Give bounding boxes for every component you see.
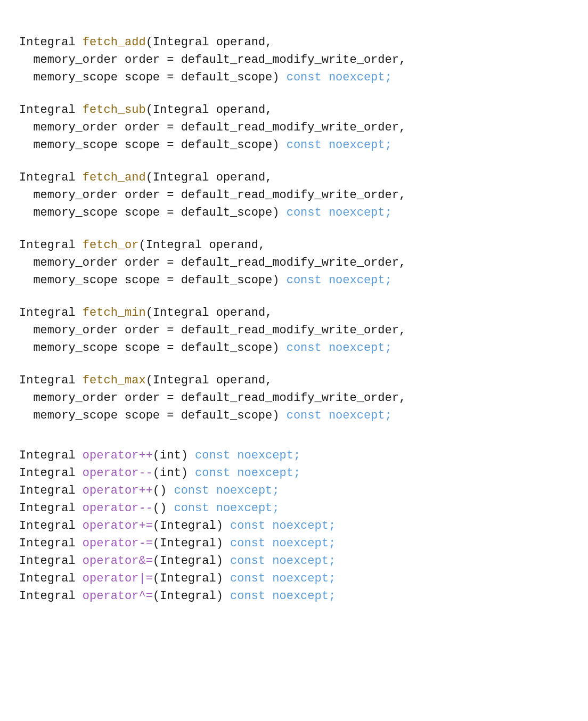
code-section-fetch_add: Integral fetch_add(Integral operand, mem… bbox=[19, 34, 569, 86]
code-line: Integral operator--(int) const noexcept; bbox=[19, 464, 569, 482]
code-token-operator-name: operator++ bbox=[83, 484, 153, 497]
code-token-operator-name: operator&= bbox=[83, 554, 153, 568]
code-token-end: const noexcept; bbox=[195, 449, 300, 462]
code-token: Integral bbox=[19, 374, 83, 387]
code-token: const noexcept; bbox=[287, 274, 392, 287]
code-line: memory_scope scope = default_scope) cons… bbox=[19, 136, 569, 154]
code-token: Integral bbox=[19, 239, 83, 252]
code-token: (Integral) bbox=[153, 537, 230, 550]
code-token: Integral bbox=[19, 171, 83, 184]
code-line: memory_order order = default_read_modify… bbox=[19, 389, 569, 407]
code-token: memory_order order = default_read_modify… bbox=[19, 391, 406, 405]
code-line: Integral operator|=(Integral) const noex… bbox=[19, 570, 569, 587]
code-section-operators: Integral operator++(int) const noexcept;… bbox=[19, 447, 569, 605]
code-token: (Integral operand, bbox=[138, 239, 265, 252]
code-token: const noexcept; bbox=[287, 71, 392, 84]
code-token: fetch_max bbox=[83, 374, 146, 387]
code-line: memory_scope scope = default_scope) cons… bbox=[19, 69, 569, 86]
code-token-end: const noexcept; bbox=[230, 519, 336, 532]
code-section-fetch_sub: Integral fetch_sub(Integral operand, mem… bbox=[19, 101, 569, 154]
code-token: Integral bbox=[19, 589, 83, 603]
code-line: Integral fetch_sub(Integral operand, bbox=[19, 101, 569, 119]
code-line: memory_order order = default_read_modify… bbox=[19, 51, 569, 69]
code-section-fetch_min: Integral fetch_min(Integral operand, mem… bbox=[19, 304, 569, 357]
code-line: Integral operator+=(Integral) const noex… bbox=[19, 517, 569, 535]
code-token: const noexcept; bbox=[287, 138, 392, 152]
code-token-operator-name: operator++ bbox=[83, 449, 153, 462]
code-token-operator-name: operator+= bbox=[83, 519, 153, 532]
code-token: () bbox=[153, 484, 174, 497]
code-line: memory_scope scope = default_scope) cons… bbox=[19, 272, 569, 289]
code-display: Integral fetch_add(Integral operand, mem… bbox=[19, 16, 569, 605]
code-token: Integral bbox=[19, 537, 83, 550]
code-line: Integral operator--() const noexcept; bbox=[19, 499, 569, 517]
code-line: memory_scope scope = default_scope) cons… bbox=[19, 339, 569, 357]
code-token: memory_scope scope = default_scope) bbox=[19, 274, 287, 287]
code-line: memory_order order = default_read_modify… bbox=[19, 322, 569, 339]
code-line: Integral operator&=(Integral) const noex… bbox=[19, 552, 569, 570]
code-token: const noexcept; bbox=[287, 409, 392, 422]
code-token: const noexcept; bbox=[287, 206, 392, 219]
code-token-end: const noexcept; bbox=[174, 502, 279, 515]
code-line: Integral operator^=(Integral) const noex… bbox=[19, 587, 569, 605]
code-token: (Integral operand, bbox=[146, 306, 273, 319]
code-token: Integral bbox=[19, 103, 83, 117]
code-token: (Integral operand, bbox=[146, 374, 273, 387]
code-token: (Integral) bbox=[153, 572, 230, 585]
code-line: memory_order order = default_read_modify… bbox=[19, 254, 569, 272]
code-token: Integral bbox=[19, 572, 83, 585]
code-token: (Integral operand, bbox=[146, 103, 273, 117]
code-token: memory_order order = default_read_modify… bbox=[19, 189, 406, 202]
code-token: Integral bbox=[19, 449, 83, 462]
code-token: fetch_min bbox=[83, 306, 146, 319]
code-token: Integral bbox=[19, 306, 83, 319]
code-token: (Integral) bbox=[153, 589, 230, 603]
code-token: memory_order order = default_read_modify… bbox=[19, 324, 406, 337]
code-line: memory_order order = default_read_modify… bbox=[19, 186, 569, 204]
code-token-operator-name: operator-= bbox=[83, 537, 153, 550]
code-line: Integral fetch_and(Integral operand, bbox=[19, 169, 569, 186]
code-line: Integral fetch_min(Integral operand, bbox=[19, 304, 569, 322]
code-token: memory_order order = default_read_modify… bbox=[19, 53, 406, 67]
code-line: memory_scope scope = default_scope) cons… bbox=[19, 204, 569, 222]
code-token: memory_order order = default_read_modify… bbox=[19, 256, 406, 269]
code-line: Integral fetch_max(Integral operand, bbox=[19, 372, 569, 389]
code-line: memory_order order = default_read_modify… bbox=[19, 119, 569, 136]
code-token: (Integral operand, bbox=[146, 36, 273, 49]
code-token: memory_scope scope = default_scope) bbox=[19, 206, 287, 219]
code-token: Integral bbox=[19, 36, 83, 49]
code-token-operator-name: operator-- bbox=[83, 466, 153, 480]
code-token: memory_scope scope = default_scope) bbox=[19, 341, 287, 355]
code-line: Integral operator++(int) const noexcept; bbox=[19, 447, 569, 464]
code-token: (Integral) bbox=[153, 519, 230, 532]
code-token: memory_scope scope = default_scope) bbox=[19, 71, 287, 84]
code-token-end: const noexcept; bbox=[230, 537, 336, 550]
code-token-end: const noexcept; bbox=[230, 554, 336, 568]
code-token-end: const noexcept; bbox=[230, 572, 336, 585]
code-section-fetch_or: Integral fetch_or(Integral operand, memo… bbox=[19, 236, 569, 289]
code-token-end: const noexcept; bbox=[174, 484, 279, 497]
code-token: Integral bbox=[19, 484, 83, 497]
code-token: memory_scope scope = default_scope) bbox=[19, 138, 287, 152]
code-token: Integral bbox=[19, 502, 83, 515]
code-line: Integral operator-=(Integral) const noex… bbox=[19, 535, 569, 552]
code-token: fetch_or bbox=[83, 239, 139, 252]
code-token: memory_order order = default_read_modify… bbox=[19, 121, 406, 134]
code-token-operator-name: operator-- bbox=[83, 502, 153, 515]
code-token: fetch_and bbox=[83, 171, 146, 184]
code-token-operator-name: operator^= bbox=[83, 589, 153, 603]
code-line: Integral fetch_add(Integral operand, bbox=[19, 34, 569, 51]
code-token: memory_scope scope = default_scope) bbox=[19, 409, 287, 422]
code-token: Integral bbox=[19, 554, 83, 568]
code-token: (Integral operand, bbox=[146, 171, 273, 184]
code-token: (Integral) bbox=[153, 554, 230, 568]
code-token: Integral bbox=[19, 466, 83, 480]
code-token-operator-name: operator|= bbox=[83, 572, 153, 585]
code-token-end: const noexcept; bbox=[230, 589, 336, 603]
code-token: () bbox=[153, 502, 174, 515]
code-line: memory_scope scope = default_scope) cons… bbox=[19, 407, 569, 424]
code-token: fetch_sub bbox=[83, 103, 146, 117]
code-section-fetch_and: Integral fetch_and(Integral operand, mem… bbox=[19, 169, 569, 222]
code-token: fetch_add bbox=[83, 36, 146, 49]
code-line: Integral fetch_or(Integral operand, bbox=[19, 236, 569, 254]
